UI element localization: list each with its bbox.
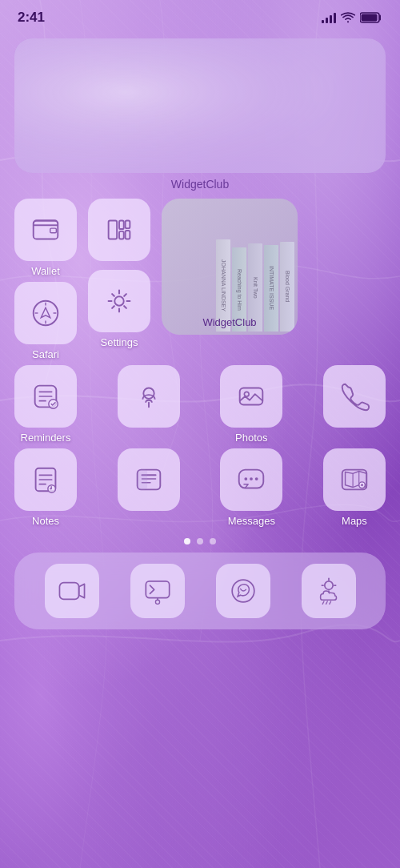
facetime-dock-icon[interactable] xyxy=(45,564,99,618)
app-row-3: Reminders Photos xyxy=(14,365,386,444)
signal-icon xyxy=(322,12,336,23)
notes-label: Notes xyxy=(32,515,59,527)
dock xyxy=(14,553,386,629)
svg-point-25 xyxy=(245,392,250,396)
reminders-label: Reminders xyxy=(21,432,71,444)
messages-label: Messages xyxy=(228,515,275,527)
svg-rect-1 xyxy=(362,14,378,22)
page-dot-1 xyxy=(184,538,190,545)
app-widgetclub-wrapper xyxy=(88,199,150,265)
app-section: Wallet Safari xyxy=(0,199,400,527)
maps-icon-button[interactable] xyxy=(323,448,386,511)
svg-line-54 xyxy=(329,601,330,604)
app-notes-wrapper: Notes xyxy=(14,448,77,527)
app-reminders-wrapper: Reminders xyxy=(14,365,77,444)
page-dot-3 xyxy=(210,538,216,545)
svg-rect-2 xyxy=(14,38,386,173)
svg-point-44 xyxy=(155,600,159,604)
widget-large-inner xyxy=(14,38,386,173)
widgetclub-icon-button[interactable] xyxy=(88,199,150,261)
status-bar: 2:41 xyxy=(0,0,400,30)
settings-icon-button[interactable] xyxy=(88,270,150,332)
left-col-row1: Wallet Safari xyxy=(14,199,77,360)
app-news-wrapper xyxy=(118,448,180,527)
safari-label: Safari xyxy=(32,348,59,360)
svg-point-22 xyxy=(143,388,154,399)
reminders-icon-button[interactable] xyxy=(14,365,77,428)
app-wallet-wrapper: Wallet xyxy=(14,199,77,277)
svg-rect-24 xyxy=(240,388,263,405)
app-row-4: Notes xyxy=(14,448,386,527)
svg-rect-13 xyxy=(119,231,124,239)
svg-marker-10 xyxy=(41,307,50,317)
app-photos-wrapper: Photos xyxy=(220,365,282,444)
app-maps-wrapper: Maps xyxy=(323,448,386,527)
svg-point-47 xyxy=(324,581,332,589)
app-settings-wrapper: Settings xyxy=(88,270,150,348)
messages-icon-button[interactable] xyxy=(220,448,282,511)
app-phone-wrapper xyxy=(323,365,386,444)
svg-rect-14 xyxy=(126,221,130,229)
svg-point-34 xyxy=(245,477,248,480)
widget-shimmer xyxy=(14,38,386,173)
signal-bar-1 xyxy=(322,20,324,23)
weather-dock-icon[interactable] xyxy=(302,564,356,618)
notes-icon-button[interactable] xyxy=(14,448,77,511)
middle-col-row1: Settings xyxy=(88,199,150,348)
safari-icon-button[interactable] xyxy=(14,282,77,344)
svg-point-36 xyxy=(255,477,258,480)
whatsapp-dock-icon[interactable] xyxy=(216,564,270,618)
wifi-icon xyxy=(341,12,355,23)
page-dots xyxy=(0,538,400,545)
widgetclub-books-wrapper: JOHANNA LINDSEY Reaching to Him Knit Two… xyxy=(162,199,298,335)
widget-club-top-label: WidgetClub xyxy=(0,178,400,191)
settings-label: Settings xyxy=(101,336,138,348)
maps-label: Maps xyxy=(342,515,367,527)
signal-bar-3 xyxy=(330,15,332,23)
app-safari-wrapper: Safari xyxy=(14,282,77,360)
wallet-label: Wallet xyxy=(31,265,60,277)
svg-rect-32 xyxy=(137,470,146,490)
signal-bar-4 xyxy=(334,13,336,23)
widget-large[interactable] xyxy=(14,38,386,173)
tv-dock-icon[interactable] xyxy=(130,564,185,618)
signal-bar-2 xyxy=(326,18,328,23)
svg-line-53 xyxy=(326,601,327,604)
widgetclub-books-widget[interactable]: JOHANNA LINDSEY Reaching to Him Knit Two… xyxy=(162,199,298,335)
podcast-icon-button[interactable] xyxy=(118,365,180,428)
app-messages-wrapper: Messages xyxy=(220,448,282,527)
widgetclub-bottom-label: WidgetClub xyxy=(162,316,298,328)
svg-rect-11 xyxy=(109,221,118,239)
phone-icon-button[interactable] xyxy=(323,365,386,428)
svg-rect-12 xyxy=(119,221,124,230)
svg-rect-15 xyxy=(126,231,130,239)
news-icon-button[interactable] xyxy=(118,448,180,511)
svg-rect-42 xyxy=(59,583,78,600)
svg-point-35 xyxy=(250,477,253,480)
photos-icon-button[interactable] xyxy=(220,365,282,428)
app-podcast-wrapper xyxy=(118,365,180,444)
svg-rect-4 xyxy=(50,228,57,233)
photos-label: Photos xyxy=(235,432,267,444)
svg-point-41 xyxy=(361,484,363,486)
wallet-icon-button[interactable] xyxy=(14,199,77,261)
status-icons xyxy=(322,12,382,23)
svg-point-16 xyxy=(114,296,123,305)
books-widget-inner: JOHANNA LINDSEY Reaching to Him Knit Two… xyxy=(162,199,298,335)
svg-rect-43 xyxy=(146,581,169,598)
svg-line-52 xyxy=(322,601,324,604)
battery-icon xyxy=(360,12,382,23)
status-time: 2:41 xyxy=(18,10,45,26)
page-dot-2 xyxy=(197,538,203,545)
svg-rect-3 xyxy=(34,221,58,239)
